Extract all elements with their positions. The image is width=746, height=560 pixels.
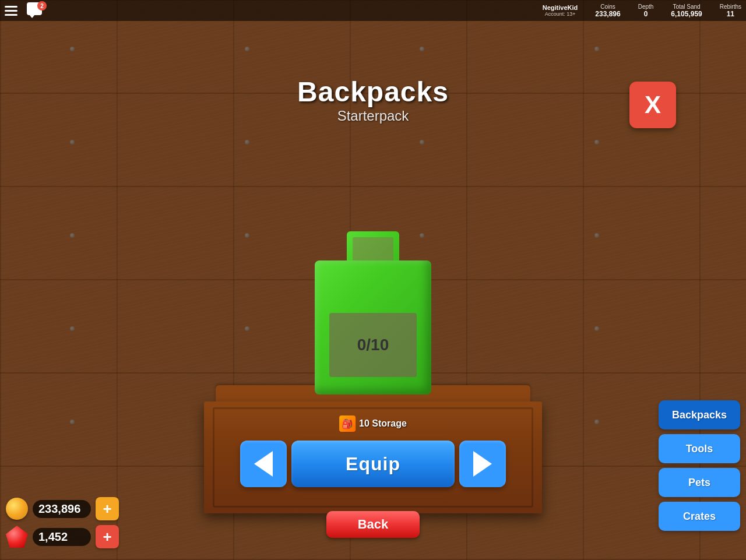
depth-stat: Depth 0 [638,3,654,18]
nail-decoration [594,233,599,238]
top-bar: 2 NegitiveKid Account: 13+ Coins 233,896… [0,0,746,21]
prev-arrow-button[interactable] [240,441,287,487]
coin-icon [6,498,28,520]
side-menu-tools-button[interactable]: Tools [659,434,740,463]
rebirths-value: 11 [720,10,741,18]
side-menu-pets-button[interactable]: Pets [659,468,740,497]
nail-decoration [245,326,249,331]
left-arrow-icon [254,451,273,477]
nail-decoration [245,47,249,51]
username: NegitiveKid [543,4,578,11]
nail-decoration [70,140,75,145]
nail-decoration [70,420,75,424]
rebirths-stat: Rebirths 11 [720,3,741,18]
storage-icon: 🎒 [339,415,356,432]
storage-amount: 10 Storage [359,418,407,429]
backpack-pocket: 0/10 [329,313,417,377]
hamburger-menu-button[interactable] [5,2,21,19]
add-gems-button[interactable]: + [96,525,119,548]
coins-amount: 233,896 [33,500,91,518]
back-button[interactable]: Back [326,511,420,538]
nail-decoration [420,140,424,145]
chat-button[interactable]: 2 [27,2,45,19]
backpack-display: 0/10 [309,231,437,397]
nail-decoration [70,47,75,51]
hamburger-line [5,6,17,8]
nail-decoration [594,326,599,331]
equip-button[interactable]: Equip [291,441,455,487]
right-arrow-icon [473,451,492,477]
stats-bar: NegitiveKid Account: 13+ Coins 233,896 D… [543,3,741,18]
coins-stat: Coins 233,896 [595,3,620,18]
next-arrow-button[interactable] [459,441,506,487]
total-sand-label: Total Sand [671,3,702,10]
coins-row: 233,896 + [6,497,119,520]
backpack-container: 0/10 [309,231,437,395]
nail-decoration [70,326,75,331]
nail-decoration [594,140,599,145]
user-info: NegitiveKid Account: 13+ [543,4,578,17]
side-menu-backpacks-button[interactable]: Backpacks [659,400,740,429]
item-subtitle: Starterpack [297,108,449,124]
chat-notification-badge: 2 [37,1,47,10]
hamburger-line [5,10,17,12]
close-button[interactable]: X [629,82,676,128]
gem-icon [6,526,28,548]
add-coins-button[interactable]: + [96,497,119,520]
backpack-body: 0/10 [315,260,431,395]
depth-label: Depth [638,3,654,10]
shop-title: Backpacks [297,76,449,108]
side-menu-crates-button[interactable]: Crates [659,502,740,531]
nail-decoration [245,233,249,238]
rebirths-label: Rebirths [720,3,741,10]
coins-label: Coins [595,3,620,10]
nail-decoration [594,420,599,424]
depth-value: 0 [638,10,654,18]
nail-decoration [245,140,249,145]
navigation-section: Equip [240,441,506,487]
side-menu: Backpacks Tools Pets Crates [659,400,740,531]
total-sand-value: 6,105,959 [671,10,702,18]
backpack-image: 0/10 [309,231,437,395]
total-sand-stat: Total Sand 6,105,959 [671,3,702,18]
title-section: Backpacks Starterpack [297,76,449,124]
backpack-capacity: 0/10 [357,336,389,354]
gems-row: 1,452 + [6,525,119,548]
nail-decoration [70,233,75,238]
nail-decoration [420,47,424,51]
nail-decoration [594,47,599,51]
user-account-label: Account: 13+ [543,11,578,17]
coins-value: 233,896 [595,10,620,18]
gems-amount: 1,452 [33,528,91,546]
hamburger-line [5,14,17,16]
storage-label-section: 🎒 10 Storage [339,415,407,432]
currency-display: 233,896 + 1,452 + [6,497,119,548]
